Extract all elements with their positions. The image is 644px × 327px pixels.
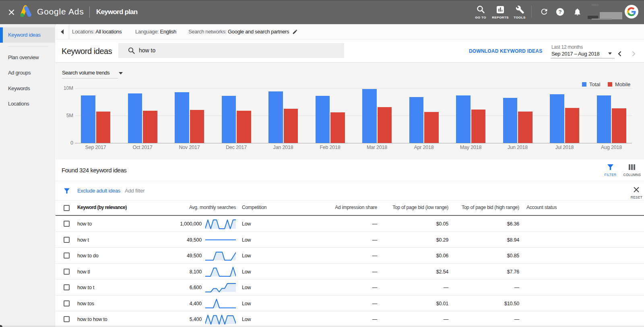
svg-text:?: ? <box>558 9 561 15</box>
